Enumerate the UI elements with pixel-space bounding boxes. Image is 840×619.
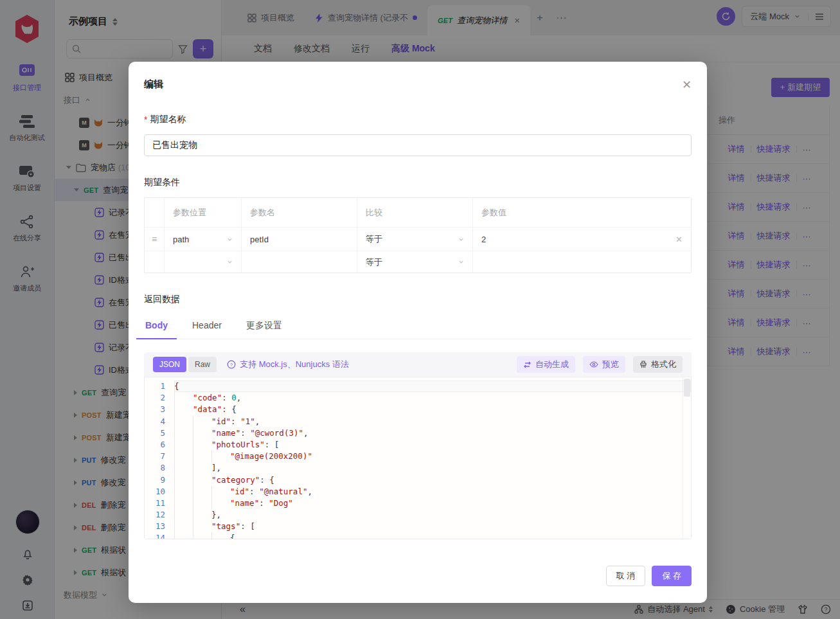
code-line-7: 7"@image(200x200)" [145, 451, 691, 462]
line-number: 8 [145, 462, 174, 474]
code-line-4: 4"id": "1", [145, 416, 691, 427]
param-position-select[interactable]: path [165, 228, 242, 251]
code-line-9: 9"category": { [145, 474, 691, 486]
editor-toolbar: JSON Raw ? 支持 Mock.js、Nunjucks 语法 自动生成 预… [144, 352, 692, 377]
line-number: 3 [145, 404, 174, 415]
app-window: 接口管理自动化测试项目设置在线分享邀请成员 示例项目 + 项目概览接口M一分钟M… [0, 0, 840, 619]
expectation-name-label: * 期望名称 [144, 114, 692, 125]
param-position-select[interactable] [165, 251, 242, 273]
code-line-8: 8], [145, 462, 691, 474]
line-number: 4 [145, 416, 174, 427]
response-tabs: BodyHeader更多设置 [144, 314, 692, 339]
save-button[interactable]: 保 存 [652, 566, 692, 586]
json-code-editor[interactable]: 1{2"code": 0,3"data": {4"id": "1",5"name… [144, 377, 692, 539]
condition-row-2: 等于 [145, 251, 691, 273]
param-value-input[interactable]: 2✕ [473, 228, 691, 251]
condition-section-label: 期望条件 [144, 177, 692, 188]
syntax-hint-link[interactable]: ? 支持 Mock.js、Nunjucks 语法 [227, 359, 349, 370]
line-number: 6 [145, 439, 174, 451]
mode-raw-toggle[interactable]: Raw [188, 357, 217, 372]
param-value-input[interactable] [473, 251, 691, 273]
line-number: 9 [145, 474, 174, 486]
param-name-input[interactable]: petId [242, 228, 357, 251]
chevron-down-icon [458, 259, 464, 265]
format-button[interactable]: 格式化 [633, 356, 683, 373]
required-asterisk: * [144, 114, 147, 125]
line-number: 10 [145, 486, 174, 498]
line-number: 1 [145, 381, 174, 392]
code-line-11: 11"name": "Dog" [145, 498, 691, 509]
line-number: 5 [145, 427, 174, 439]
response-tab-更多设置[interactable]: 更多设置 [245, 314, 283, 339]
compare-select[interactable]: 等于 [357, 228, 473, 251]
editor-scrollbar[interactable] [683, 377, 691, 539]
svg-text:?: ? [230, 362, 233, 368]
code-line-10: 10"id": "@natural", [145, 486, 691, 498]
close-icon[interactable]: ✕ [682, 79, 692, 91]
eye-icon [589, 361, 598, 368]
swap-arrows-icon [523, 361, 532, 368]
response-section-label: 返回数据 [144, 294, 692, 305]
format-icon [639, 361, 647, 368]
code-line-13: 13"tags": [ [145, 521, 691, 532]
modal-title: 编辑 [144, 78, 163, 91]
chevron-down-icon [458, 237, 464, 242]
line-number: 12 [145, 509, 174, 521]
condition-table: 参数位置参数名比较参数值 ≡pathpetId等于2✕等于 [144, 197, 692, 273]
drag-handle-icon[interactable] [145, 251, 165, 273]
code-line-1: 1{ [145, 381, 691, 392]
expectation-name-input[interactable] [144, 134, 692, 156]
response-editor-block: JSON Raw ? 支持 Mock.js、Nunjucks 语法 自动生成 预… [144, 352, 692, 539]
code-line-12: 12}, [145, 509, 691, 521]
drag-handle-icon[interactable]: ≡ [145, 228, 165, 251]
auto-generate-button[interactable]: 自动生成 [517, 356, 575, 373]
line-number: 7 [145, 451, 174, 462]
edit-expectation-modal: 编辑 ✕ * 期望名称 期望条件 参数位置参数名比较参数值 ≡pathpetId… [129, 62, 707, 603]
help-circle-icon: ? [227, 360, 236, 369]
chevron-down-icon [227, 259, 233, 265]
line-number: 13 [145, 521, 174, 532]
compare-select[interactable]: 等于 [357, 251, 473, 273]
line-number: 11 [145, 498, 174, 509]
response-tab-Header[interactable]: Header [191, 314, 223, 339]
cancel-button[interactable]: 取 消 [606, 566, 646, 586]
code-line-6: 6"photoUrls": [ [145, 439, 691, 451]
condition-row-1: ≡pathpetId等于2✕ [145, 228, 691, 251]
code-line-2: 2"code": 0, [145, 392, 691, 404]
response-tab-Body[interactable]: Body [144, 314, 169, 339]
code-line-14: 14{ [145, 532, 691, 539]
remove-row-icon[interactable]: ✕ [675, 235, 683, 244]
code-line-5: 5"name": "@cword(3)", [145, 427, 691, 439]
mode-json-toggle[interactable]: JSON [153, 357, 186, 372]
chevron-down-icon [227, 237, 233, 242]
line-number: 2 [145, 392, 174, 404]
param-name-input[interactable] [242, 251, 357, 273]
line-number: 14 [145, 532, 174, 539]
code-line-3: 3"data": { [145, 404, 691, 415]
preview-button[interactable]: 预览 [583, 356, 625, 373]
